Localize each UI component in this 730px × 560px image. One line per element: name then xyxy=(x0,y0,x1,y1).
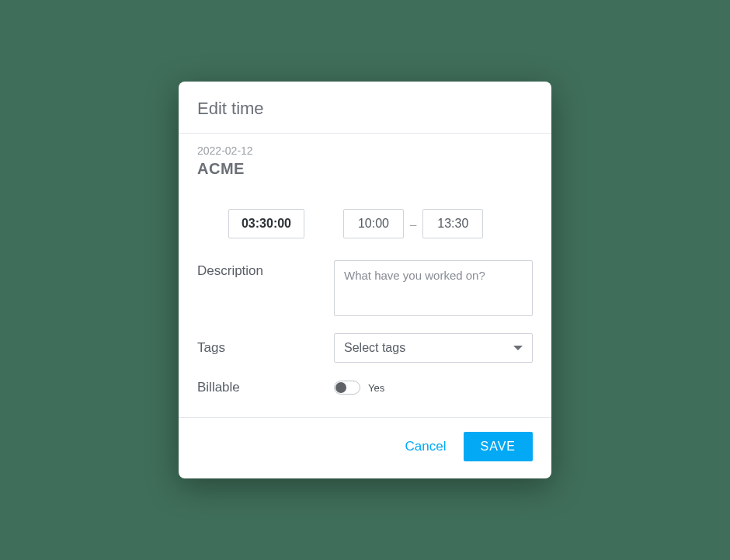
billable-toggle[interactable] xyxy=(334,381,360,395)
tags-select-wrap: Select tags xyxy=(334,333,533,363)
time-row: – xyxy=(197,209,533,238)
project-name: ACME xyxy=(197,160,533,178)
modal-body: 2022-02-12 ACME – Description Tags Selec… xyxy=(179,134,551,417)
edit-time-modal: Edit time 2022-02-12 ACME – Description … xyxy=(179,82,551,478)
tags-select-placeholder: Select tags xyxy=(344,341,405,355)
entry-date: 2022-02-12 xyxy=(197,144,533,157)
billable-toggle-wrap: Yes xyxy=(334,381,384,395)
cancel-button[interactable]: Cancel xyxy=(405,439,447,454)
modal-footer: Cancel SAVE xyxy=(179,417,551,478)
start-time-input[interactable] xyxy=(343,209,404,238)
modal-header: Edit time xyxy=(179,82,551,134)
billable-label: Billable xyxy=(197,380,334,395)
save-button[interactable]: SAVE xyxy=(464,432,534,461)
chevron-down-icon xyxy=(513,346,523,350)
description-label: Description xyxy=(197,260,334,279)
billable-value-label: Yes xyxy=(368,382,384,394)
modal-title: Edit time xyxy=(197,99,533,119)
tags-select[interactable]: Select tags xyxy=(334,333,533,363)
time-range-dash: – xyxy=(410,217,416,231)
end-time-input[interactable] xyxy=(422,209,483,238)
toggle-knob-icon xyxy=(335,382,346,393)
billable-row: Billable Yes xyxy=(197,380,533,395)
description-row: Description xyxy=(197,260,533,316)
description-input[interactable] xyxy=(334,260,533,316)
tags-label: Tags xyxy=(197,340,334,356)
duration-input[interactable] xyxy=(228,209,304,238)
tags-row: Tags Select tags xyxy=(197,333,533,363)
